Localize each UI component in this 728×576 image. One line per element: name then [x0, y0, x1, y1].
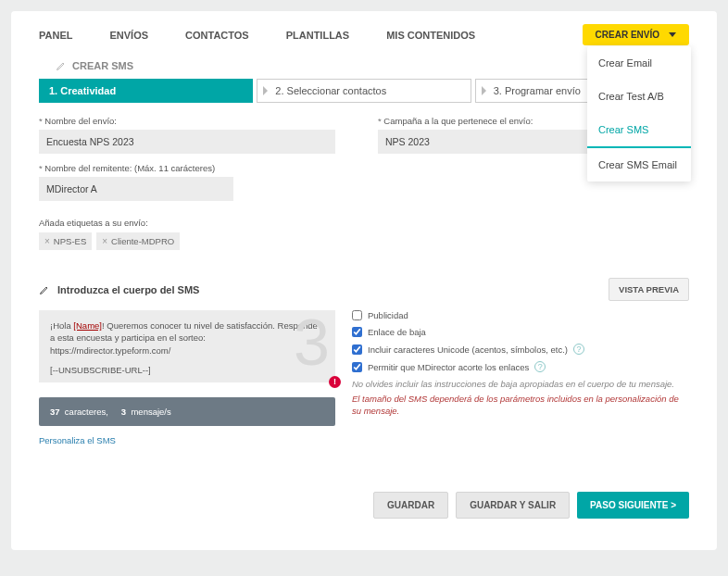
personalize-link[interactable]: Personaliza el SMS: [39, 435, 335, 445]
unicode-checkbox[interactable]: [352, 344, 362, 355]
chevron-right-icon: [482, 86, 486, 95]
dropdown-email[interactable]: Crear Email: [587, 46, 691, 80]
size-warning-note: El tamaño del SMS dependerá de los parám…: [352, 393, 689, 418]
preview-button[interactable]: VISTA PREVIA: [609, 278, 689, 301]
sender-input[interactable]: [39, 177, 233, 201]
save-button[interactable]: GUARDAR: [373, 492, 448, 519]
tag-item[interactable]: × Cliente-MDPRO: [96, 232, 180, 250]
pencil-icon: [56, 60, 67, 71]
help-icon[interactable]: ?: [573, 344, 584, 355]
tags-container: × NPS-ES × Cliente-MDPRO: [39, 232, 689, 250]
nav-envios[interactable]: ENVÍOS: [109, 30, 148, 41]
step-1-creatividad[interactable]: 1. Creatividad: [39, 79, 253, 103]
save-exit-button[interactable]: GUARDAR Y SALIR: [456, 492, 570, 519]
create-send-button[interactable]: CREAR ENVÍO: [583, 24, 689, 45]
unicode-label: Incluir caracteres Unicode (acentos, sím…: [368, 344, 568, 355]
enlace-baja-label: Enlace de baja: [368, 327, 426, 337]
publicidad-label: Publicidad: [368, 310, 408, 320]
next-step-button[interactable]: PASO SIGUIENTE >: [577, 492, 689, 519]
sms-count-big: 3: [294, 310, 330, 375]
chevron-right-icon: [263, 86, 268, 95]
nav-plantillas[interactable]: PLANTILLAS: [286, 30, 349, 41]
tags-label: Añada etiquetas a su envío:: [39, 218, 689, 228]
name-input[interactable]: [39, 130, 335, 154]
publicidad-checkbox[interactable]: [352, 310, 362, 320]
edit-icon: [39, 284, 50, 295]
dropdown-test-ab[interactable]: Crear Test A/B: [587, 80, 691, 113]
create-dropdown: Crear Email Crear Test A/B Crear SMS Cre…: [587, 46, 691, 182]
sms-body-title: Introduzca el cuerpo del SMS: [57, 284, 199, 295]
unsubscribe-placeholder: [--UNSUBSCRIBE-URL--]: [50, 365, 151, 375]
nav-contenidos[interactable]: MIS CONTENIDOS: [386, 30, 475, 41]
help-icon[interactable]: ?: [534, 361, 546, 372]
unsubscribe-note: No olvides incluir las instrucciones de …: [352, 379, 689, 389]
close-icon[interactable]: ×: [102, 236, 107, 246]
personalization-token[interactable]: [Name]: [73, 320, 102, 331]
close-icon[interactable]: ×: [44, 236, 50, 246]
sms-body-textarea[interactable]: 3 ¡Hola [Name]! Queremos conocer tu nive…: [39, 310, 335, 382]
nav-contactos[interactable]: CONTACTOS: [185, 30, 249, 41]
shorten-links-label: Permitir que MDirector acorte los enlace…: [368, 362, 529, 372]
create-send-label: CREAR ENVÍO: [596, 30, 659, 40]
chevron-down-icon: [669, 32, 676, 37]
dropdown-sms[interactable]: Crear SMS: [587, 113, 691, 148]
nav-panel[interactable]: PANEL: [39, 30, 72, 41]
tag-item[interactable]: × NPS-ES: [39, 232, 92, 250]
enlace-baja-checkbox[interactable]: [352, 327, 362, 337]
shorten-links-checkbox[interactable]: [352, 362, 362, 372]
name-label: Nombre del envío:: [39, 116, 350, 126]
character-counter: 37 caracteres, 3 mensaje/s: [39, 397, 335, 426]
page-title: CREAR SMS: [72, 60, 133, 71]
step-2-contacts[interactable]: 2. Seleccionar contactos: [257, 79, 471, 103]
dropdown-sms-email[interactable]: Crear SMS Email: [587, 148, 691, 182]
warning-badge-icon[interactable]: !: [329, 376, 341, 388]
